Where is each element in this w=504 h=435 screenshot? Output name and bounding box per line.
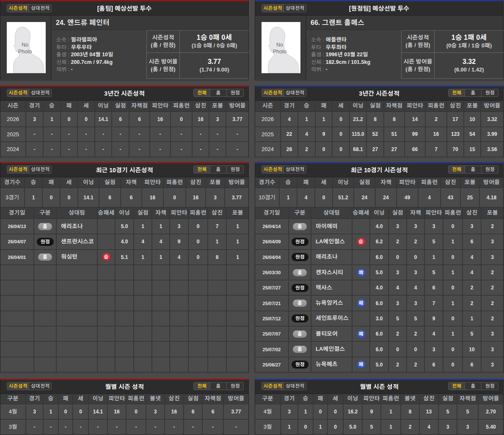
- svg-text:Photo: Photo: [18, 49, 32, 55]
- svg-text:No: No: [22, 42, 28, 48]
- svg-text:No: No: [276, 42, 283, 48]
- svg-text:Photo: Photo: [273, 49, 287, 55]
